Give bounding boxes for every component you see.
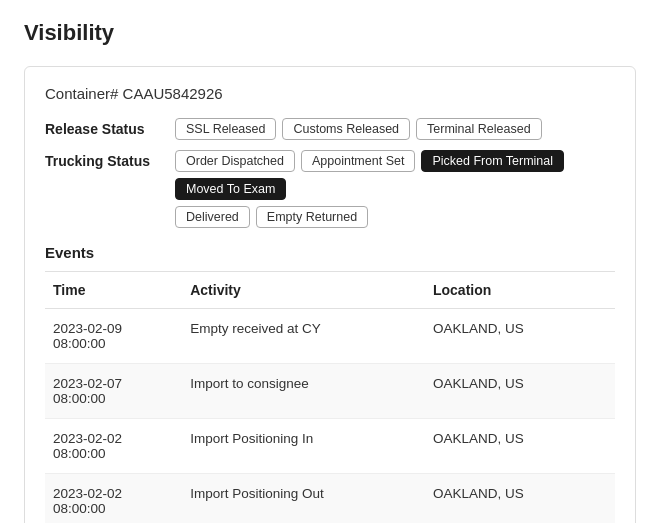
event-location: OAKLAND, US — [425, 474, 615, 524]
visibility-card: Container# CAAU5842926 Release Status SS… — [24, 66, 636, 523]
event-location: OAKLAND, US — [425, 364, 615, 419]
events-table-body: 2023-02-0908:00:00 Empty received at CY … — [45, 309, 615, 524]
badge-terminal-released: Terminal Released — [416, 118, 542, 140]
trucking-badges-row1: Order Dispatched Appointment Set Picked … — [175, 150, 615, 200]
event-activity: Import Positioning In — [182, 419, 425, 474]
event-activity: Import Positioning Out — [182, 474, 425, 524]
event-time: 2023-02-0708:00:00 — [45, 364, 182, 419]
table-row: 2023-02-0908:00:00 Empty received at CY … — [45, 309, 615, 364]
table-row: 2023-02-0708:00:00 Import to consignee O… — [45, 364, 615, 419]
events-table: Time Activity Location 2023-02-0908:00:0… — [45, 272, 615, 523]
table-row: 2023-02-0208:00:00 Import Positioning Ou… — [45, 474, 615, 524]
event-activity: Import to consignee — [182, 364, 425, 419]
badge-empty-returned: Empty Returned — [256, 206, 368, 228]
release-status-row: Release Status SSL Released Customs Rele… — [45, 118, 615, 140]
events-table-header-row: Time Activity Location — [45, 272, 615, 309]
page-container: Visibility Container# CAAU5842926 Releas… — [0, 0, 660, 523]
events-section: Events Time Activity Location 2023-02-09… — [45, 244, 615, 523]
event-location: OAKLAND, US — [425, 309, 615, 364]
trucking-badges-row2: Delivered Empty Returned — [175, 206, 615, 228]
container-number: Container# CAAU5842926 — [45, 85, 615, 102]
event-location: OAKLAND, US — [425, 419, 615, 474]
release-status-badges: SSL Released Customs Released Terminal R… — [175, 118, 542, 140]
event-time: 2023-02-0208:00:00 — [45, 474, 182, 524]
trucking-status-badges: Order Dispatched Appointment Set Picked … — [175, 150, 615, 228]
col-header-activity: Activity — [182, 272, 425, 309]
event-activity: Empty received at CY — [182, 309, 425, 364]
col-header-location: Location — [425, 272, 615, 309]
table-row: 2023-02-0208:00:00 Import Positioning In… — [45, 419, 615, 474]
event-time: 2023-02-0208:00:00 — [45, 419, 182, 474]
trucking-status-row: Trucking Status Order Dispatched Appoint… — [45, 150, 615, 228]
event-time: 2023-02-0908:00:00 — [45, 309, 182, 364]
events-title: Events — [45, 244, 615, 261]
page-title: Visibility — [24, 20, 636, 46]
col-header-time: Time — [45, 272, 182, 309]
badge-ssl-released: SSL Released — [175, 118, 276, 140]
release-status-label: Release Status — [45, 118, 175, 137]
badge-customs-released: Customs Released — [282, 118, 410, 140]
badge-moved-to-exam: Moved To Exam — [175, 178, 286, 200]
trucking-status-label: Trucking Status — [45, 150, 175, 169]
badge-delivered: Delivered — [175, 206, 250, 228]
badge-order-dispatched: Order Dispatched — [175, 150, 295, 172]
badge-appointment-set: Appointment Set — [301, 150, 415, 172]
events-table-wrapper[interactable]: Time Activity Location 2023-02-0908:00:0… — [45, 271, 615, 523]
badge-picked-from-terminal: Picked From Terminal — [421, 150, 564, 172]
